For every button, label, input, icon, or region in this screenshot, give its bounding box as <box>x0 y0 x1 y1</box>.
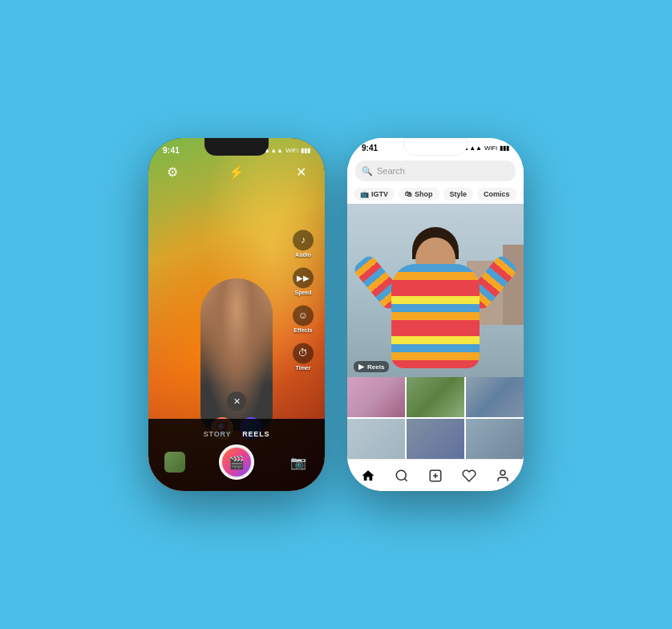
flash-icon[interactable]: ⚡ <box>225 160 248 183</box>
svg-point-0 <box>396 470 406 480</box>
cam-top-controls: ⚙ ⚡ ✕ <box>148 160 325 183</box>
cam-bottom: STORY REELS 🎬 📷 <box>148 419 325 491</box>
nav-add[interactable] <box>423 463 448 489</box>
thumb-5 <box>407 419 464 459</box>
thumb-6 <box>466 419 524 459</box>
reels-badge-label: Reels <box>367 363 384 371</box>
status-bar-left: 9:41 ▲▲▲ WiFi ▮▮▮ <box>148 143 325 157</box>
thumb-2 <box>407 377 464 417</box>
nav-search[interactable] <box>389 463 415 489</box>
phone-right: 9:41 ▲▲▲ WiFi ▮▮▮ 🔍 Search <box>347 138 524 491</box>
nav-profile[interactable] <box>490 463 516 489</box>
status-icons-left: ▲▲▲ WiFi ▮▮▮ <box>264 147 310 154</box>
effects-option[interactable]: ☺ Effects <box>293 305 314 333</box>
speed-option[interactable]: ▶▶ Speed <box>293 267 314 295</box>
time-right: 9:41 <box>362 144 378 152</box>
settings-icon[interactable]: ⚙ <box>161 160 184 183</box>
audio-option[interactable]: ♪ Audio <box>293 229 314 258</box>
sweater <box>391 264 480 368</box>
search-bar-container: 🔍 Search <box>347 157 524 185</box>
timer-option[interactable]: ⏱ Timer <box>293 343 314 371</box>
close-icon[interactable]: ✕ <box>289 160 312 183</box>
bottom-nav <box>347 459 524 491</box>
tab-tv-movie[interactable]: TV & Movie <box>520 188 524 201</box>
tab-igtv[interactable]: 📺 IGTV <box>354 188 395 201</box>
explore-screen: 9:41 ▲▲▲ WiFi ▮▮▮ 🔍 Search <box>347 138 524 491</box>
close-circle-button[interactable]: ✕ <box>227 392 246 411</box>
notch-right <box>403 138 468 156</box>
time-left: 9:41 <box>163 146 180 155</box>
svg-point-5 <box>500 470 505 475</box>
reels-badge: ▶ Reels <box>354 361 389 372</box>
cam-right-controls: ♪ Audio ▶▶ Speed ☺ Effects ⏱ Timer <box>293 229 314 371</box>
nav-home[interactable] <box>355 463 381 489</box>
flip-camera-icon[interactable]: 📷 <box>288 452 309 473</box>
nav-likes[interactable] <box>456 463 482 489</box>
phones-container: ⚙ ⚡ ✕ ♪ Audio ▶▶ <box>148 138 524 491</box>
shutter-button[interactable]: 🎬 <box>219 444 254 480</box>
status-icons-right: ▲▲▲ WiFi ▮▮▮ <box>463 144 509 152</box>
main-image-area: ▶ Reels <box>347 204 524 377</box>
thumb-4 <box>347 419 405 459</box>
page-container: ⚙ ⚡ ✕ ♪ Audio ▶▶ <box>0 0 672 629</box>
person-figure <box>379 204 492 377</box>
camera-screen: ⚙ ⚡ ✕ ♪ Audio ▶▶ <box>148 138 325 491</box>
cam-bottom-tabs: STORY REELS <box>204 430 270 438</box>
cam-bottom-row: 🎬 📷 <box>148 444 325 480</box>
search-placeholder: Search <box>377 166 405 176</box>
search-bar[interactable]: 🔍 Search <box>355 160 516 181</box>
category-tabs: 📺 IGTV 🛍 Shop Style Comics TV & Movie <box>347 185 524 204</box>
reels-tab[interactable]: REELS <box>242 430 269 438</box>
gallery-thumbnail[interactable] <box>164 452 185 473</box>
story-tab[interactable]: STORY <box>204 430 232 438</box>
tab-shop[interactable]: 🛍 Shop <box>399 188 439 201</box>
thumb-1 <box>347 377 405 417</box>
phone-left: ⚙ ⚡ ✕ ♪ Audio ▶▶ <box>148 138 325 491</box>
thumb-3 <box>466 377 524 417</box>
svg-line-1 <box>404 478 407 481</box>
tab-comics[interactable]: Comics <box>477 188 516 201</box>
grid-thumbnails <box>347 377 524 459</box>
tab-style[interactable]: Style <box>443 188 474 201</box>
search-icon: 🔍 <box>362 166 373 177</box>
reels-badge-icon: ▶ <box>358 363 364 371</box>
